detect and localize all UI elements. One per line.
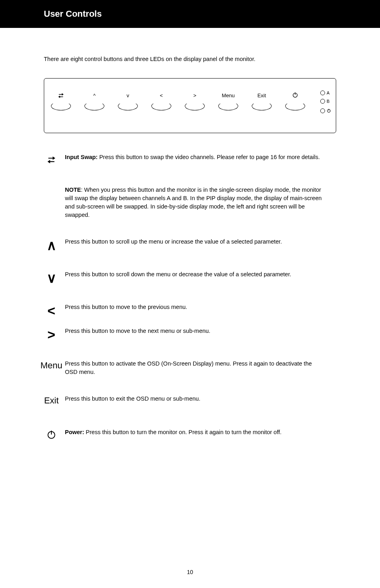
right-text: Press this button to move to the next me… [65,327,348,335]
definition-exit: Exit Press this button to exit the OSD m… [38,395,348,406]
exit-text: Press this button to exit the OSD menu o… [65,395,348,403]
panel-button-menu: Menu [212,91,245,110]
definition-up: ∧ Press this button to scroll up the men… [38,238,348,252]
left-caret-icon: < [38,303,65,317]
panel-button-up: ^ [78,91,111,110]
definition-swap: Input Swap: Press this button to swap th… [38,153,348,167]
panel-button-swap [44,91,78,110]
left-text: Press this button to move to the previou… [65,303,348,311]
power-text: Press this button to turn the monitor on… [84,429,281,435]
exit-word: Exit [44,395,59,406]
led-column: A B [320,90,331,114]
power-icon [292,92,298,99]
power-label: Power: [65,429,84,435]
swap-text: Press this button to swap the video chan… [98,154,320,160]
panel-button-power [278,91,312,110]
down-caret-icon: ∨ [38,270,65,285]
led-power [320,107,331,114]
definition-menu: Menu Press this button to activate the O… [38,360,348,376]
note-text: : When you press this button and the mon… [65,187,322,218]
panel-button-right: > [178,91,212,110]
led-a: A [320,90,331,95]
definition-power: Power: Press this button to turn the mon… [38,428,348,442]
swap-label: Input Swap: [65,154,98,160]
definition-note: . NOTE: When you press this button and t… [38,186,348,219]
menu-word: Menu [40,360,62,371]
definition-right: > Press this button to move to the next … [38,327,348,341]
page-title: User Controls [0,0,380,19]
panel-button-exit: Exit [245,91,278,110]
down-text: Press this button to scroll down the men… [65,270,348,279]
page-number: 10 [0,569,380,575]
up-caret-icon: ∧ [38,238,65,252]
power-icon [46,429,57,442]
right-caret-icon: > [38,327,65,341]
definition-down: ∨ Press this button to scroll down the m… [38,270,348,285]
control-panel-diagram: ^ v < > Menu Exit [44,78,336,133]
power-icon [327,107,331,114]
swap-icon [57,92,65,99]
menu-text: Press this button to activate the OSD (O… [65,360,348,376]
led-b: B [320,99,331,104]
note-label: NOTE [65,187,81,193]
panel-button-left: < [145,91,178,110]
swap-icon [46,154,57,167]
panel-button-down: v [111,91,145,110]
definition-left: < Press this button to move to the previ… [38,303,348,317]
intro-text: There are eight control buttons and thre… [0,28,380,63]
up-text: Press this button to scroll up the menu … [65,238,348,246]
